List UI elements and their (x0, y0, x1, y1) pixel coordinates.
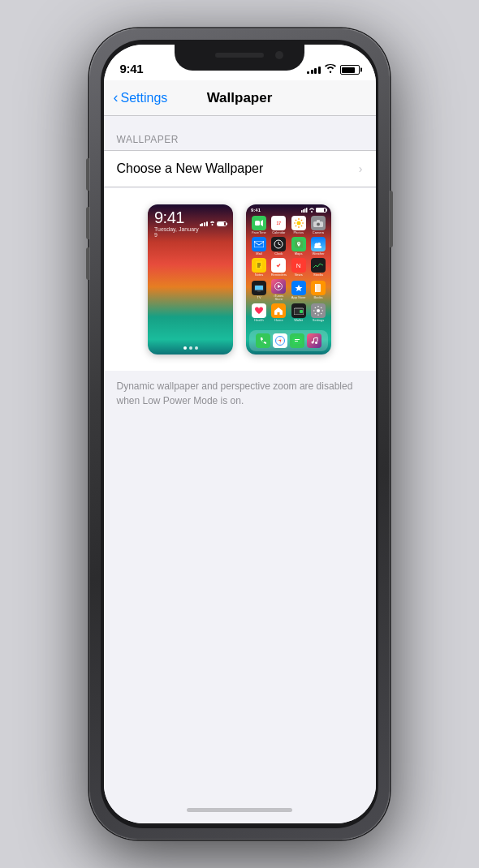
phone-frame: 9:41 (89, 28, 390, 840)
clock-label: Clock (274, 252, 283, 256)
homescreen-preview[interactable]: 9:41 (246, 204, 331, 355)
app-camera: Camera (309, 216, 327, 234)
disclaimer-text: Dynamic wallpaper and perspective zoom a… (104, 371, 376, 416)
wallpaper-previews: 9:41 Tuesday, January 9 (104, 188, 376, 371)
notes-label: Notes (255, 273, 263, 277)
svg-rect-34 (300, 310, 303, 313)
svg-point-19 (317, 243, 321, 246)
appstore-label: App Store (291, 296, 306, 299)
maps-label: Maps (295, 252, 303, 256)
calendar-label: Calendar (272, 231, 285, 234)
svg-rect-20 (314, 246, 321, 248)
battery-icon (340, 65, 360, 75)
dock-messages-icon (290, 333, 304, 348)
home-icon (271, 303, 286, 318)
tv-label: TV (257, 296, 261, 299)
page-title: Wallpaper (207, 90, 273, 106)
svg-rect-12 (254, 241, 264, 247)
reminders-label: Reminders (271, 273, 287, 277)
svg-rect-32 (315, 284, 317, 292)
home-bar (187, 808, 292, 812)
news-icon: N (291, 258, 306, 273)
health-icon (252, 303, 266, 318)
dock-safari (271, 333, 288, 348)
svg-rect-31 (316, 284, 321, 292)
svg-rect-27 (255, 286, 263, 290)
books-label: Books (313, 296, 322, 299)
svg-rect-6 (255, 221, 260, 226)
app-row-5: Health Home (250, 303, 327, 322)
photos-icon (291, 216, 306, 230)
choose-wallpaper-label: Choose a New Wallpaper (117, 161, 264, 176)
status-time: 9:41 (120, 62, 144, 75)
settings-icon (311, 303, 326, 318)
app-wallet: Wallet (290, 303, 308, 322)
weather-icon (311, 237, 326, 251)
homescreen-wallpaper: 9:41 (246, 204, 331, 355)
app-stocks: Stocks (309, 258, 327, 277)
home-indicator (104, 796, 376, 823)
appstore-icon (291, 281, 306, 295)
calendar-icon: 17 (271, 216, 286, 230)
weather-label: Weather (312, 252, 324, 256)
wallet-icon (291, 303, 306, 318)
svg-point-0 (212, 224, 214, 226)
camera-icon (311, 216, 326, 230)
health-label: Health (254, 319, 264, 322)
phone-inner: 9:41 (101, 40, 378, 828)
wifi-icon (325, 64, 336, 75)
dock-phone-icon (256, 333, 270, 348)
news-label: News (295, 273, 303, 277)
svg-point-10 (317, 222, 320, 226)
clock-icon (271, 237, 286, 251)
app-settings: Settings (309, 303, 327, 322)
facetime-label: FaceTime (252, 231, 266, 234)
back-chevron-icon: ‹ (114, 90, 119, 105)
svg-line-15 (278, 244, 281, 245)
lockscreen-preview[interactable]: 9:41 Tuesday, January 9 (148, 204, 233, 355)
app-itunes: iTunes Store (270, 279, 287, 301)
dock-music-icon (307, 333, 321, 348)
svg-marker-30 (278, 285, 281, 288)
app-facetime: FaceTime (250, 216, 268, 234)
dock-messages (289, 333, 306, 348)
lockscreen-wallpaper: 9:41 Tuesday, January 9 (148, 204, 233, 355)
choose-wallpaper-item[interactable]: Choose a New Wallpaper › (104, 150, 376, 187)
app-weather: Weather (309, 237, 327, 256)
itunes-label: iTunes Store (270, 294, 287, 301)
app-calendar: 17 Calendar (270, 216, 287, 234)
svg-rect-11 (317, 220, 320, 222)
ls-time: 9:41 (154, 209, 200, 226)
screen: 9:41 (104, 45, 376, 823)
ls-status-bar: 9:41 Tuesday, January 9 (148, 204, 233, 238)
reminders-icon (271, 258, 286, 273)
stocks-label: Stocks (313, 273, 323, 277)
tv-icon (252, 281, 266, 295)
section-header-wallpaper: WALLPAPER (104, 116, 376, 150)
svg-rect-40 (292, 337, 302, 344)
itunes-icon (271, 279, 286, 294)
back-button[interactable]: ‹ Settings (114, 91, 168, 105)
app-row-1: FaceTime 17 Calendar (250, 216, 327, 234)
notes-icon (252, 258, 266, 273)
hs-dock (249, 330, 328, 351)
app-reminders: Reminders (270, 258, 287, 277)
svg-point-17 (298, 243, 300, 244)
photos-label: Photos (293, 231, 303, 234)
ls-date: Tuesday, January 9 (154, 226, 200, 238)
speaker (215, 53, 264, 58)
home-app-label: Home (274, 319, 283, 322)
ls-battery-icon (217, 221, 227, 226)
app-row-2: Mail Clock (250, 237, 327, 256)
app-mail: Mail (250, 237, 268, 256)
hs-app-grid: FaceTime 17 Calendar (246, 213, 331, 329)
app-maps: Maps (290, 237, 308, 256)
app-photos: Photos (290, 216, 308, 234)
hs-status-bar: 9:41 (246, 204, 331, 213)
dock-safari-icon (273, 333, 287, 348)
app-clock: Clock (270, 237, 287, 256)
app-home: Home (270, 303, 287, 322)
camera (275, 51, 283, 59)
app-notes: Notes (250, 258, 268, 277)
app-books: Books (309, 281, 327, 299)
